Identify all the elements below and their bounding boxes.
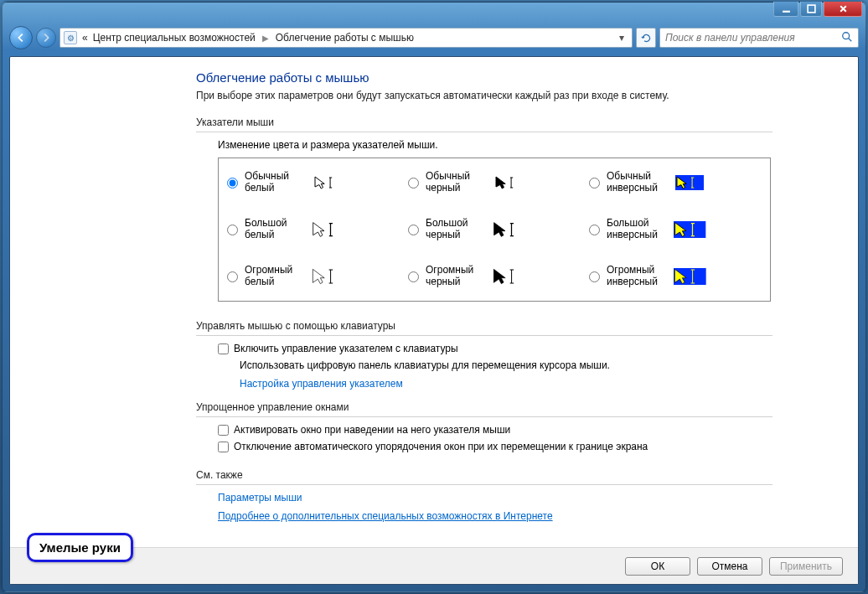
pointer-preview-icon [312,168,345,197]
radio-input[interactable] [589,225,600,235]
pointer-preview-icon [493,168,526,197]
close-button[interactable] [824,2,862,17]
section-label-keyboard: Управлять мышью с помощью клавиатуры [196,320,772,332]
checkbox-input[interactable] [218,343,229,354]
checkbox-label: Отключение автоматического упорядочения … [234,441,648,452]
pointer-option-label: Огромный черный [426,265,488,288]
checkbox-label: Активировать окно при наведении на него … [234,424,510,436]
pointer-option-label: Огромный инверсный [607,265,669,288]
enable-mousekeys-checkbox[interactable]: Включить управление указателем с клавиат… [218,343,772,354]
pointer-preview-icon [493,215,526,244]
pointer-preview-icon [312,262,345,291]
pointer-preview-icon [493,262,526,291]
apply-button[interactable]: Применить [769,557,843,576]
pointer-scheme-option[interactable]: Обычный инверсный [589,168,762,197]
button-bar: ОК Отмена Применить [10,547,858,584]
pointer-preview-icon [674,262,707,291]
svg-point-2 [843,32,850,39]
search-icon[interactable] [841,31,853,45]
activate-on-hover-checkbox[interactable]: Активировать окно при наведении на него … [218,424,772,436]
section-label-pointers: Указатели мыши [196,116,772,128]
pointer-preview-icon [674,215,707,244]
pointer-scheme-option[interactable]: Большой инверсный [589,215,762,244]
pointer-option-label: Огромный белый [245,265,307,288]
breadcrumb-item[interactable]: Облегчение работы с мышью [276,32,414,44]
control-panel-icon: ⚙ [64,31,77,44]
chevron-right-icon: ▶ [261,34,271,43]
svg-rect-0 [783,11,790,13]
pointer-scheme-option[interactable]: Большой черный [408,215,581,244]
checkbox-input[interactable] [218,425,229,436]
page-title: Облегчение работы с мышью [196,70,772,85]
pointer-scheme-option[interactable]: Обычный белый [227,168,400,197]
search-bar [659,28,859,48]
ok-button[interactable]: ОК [625,557,690,576]
svg-rect-1 [808,5,815,13]
nav-forward-button[interactable] [36,28,56,48]
pointers-sublabel: Изменение цвета и размера указателей мыш… [218,139,772,151]
pointer-scheme-option[interactable]: Огромный инверсный [589,262,762,291]
section-label-seealso: См. также [196,469,772,481]
page-subtitle: При выборе этих параметров они будут зап… [196,90,772,101]
search-input[interactable] [665,32,836,44]
minimize-button[interactable] [773,2,798,17]
navbar: ⚙ « Центр специальных возможностей ▶ Обл… [9,24,859,51]
radio-input[interactable] [408,178,419,189]
address-dropdown-icon[interactable]: ▾ [615,32,628,44]
pointer-option-label: Большой инверсный [607,218,669,241]
mouse-settings-link[interactable]: Параметры мыши [218,492,302,504]
pointer-scheme-option[interactable]: Огромный черный [408,262,581,291]
titlebar [3,3,865,24]
pointer-preview-icon [312,215,345,244]
pointer-preview-icon [674,168,707,197]
pointer-scheme-box: Обычный белый Обычный черный Обычный инв… [218,158,771,302]
checkbox-label: Включить управление указателем с клавиат… [234,343,458,354]
pointer-option-label: Большой белый [245,218,307,241]
pointer-scheme-option[interactable]: Огромный белый [227,262,400,291]
cancel-button[interactable]: Отмена [697,557,762,576]
mousekeys-description: Использовать цифровую панель клавиатуры … [240,359,772,371]
maximize-button[interactable] [800,2,822,17]
mousekeys-settings-link[interactable]: Настройка управления указателем [240,378,403,390]
disable-snap-checkbox[interactable]: Отключение автоматического упорядочения … [218,441,772,452]
radio-input[interactable] [227,271,238,282]
pointer-option-label: Большой черный [426,218,488,241]
refresh-button[interactable] [636,28,656,48]
pointer-option-label: Обычный черный [426,171,488,194]
pointer-scheme-option[interactable]: Обычный черный [408,168,581,197]
breadcrumb-prefix[interactable]: « [82,32,88,44]
radio-input[interactable] [227,225,238,235]
radio-input[interactable] [408,225,419,235]
radio-input[interactable] [589,178,600,189]
content-panel: Облегчение работы с мышью При выборе эти… [9,56,859,585]
more-online-link[interactable]: Подробнее о дополнительных специальных в… [218,510,553,522]
radio-input[interactable] [227,178,238,189]
radio-input[interactable] [408,271,419,282]
radio-input[interactable] [589,271,600,282]
pointer-option-label: Обычный инверсный [607,171,669,194]
section-label-windows: Упрощенное управление окнами [196,401,772,413]
address-bar[interactable]: ⚙ « Центр специальных возможностей ▶ Обл… [59,28,633,48]
checkbox-input[interactable] [218,442,229,452]
breadcrumb-item[interactable]: Центр специальных возможностей [93,32,256,44]
window: ⚙ « Центр специальных возможностей ▶ Обл… [2,2,866,592]
tooltip-badge: Умелые руки [27,533,133,562]
pointer-scheme-option[interactable]: Большой белый [227,215,400,244]
pointer-option-label: Обычный белый [245,171,307,194]
nav-back-button[interactable] [9,26,33,49]
